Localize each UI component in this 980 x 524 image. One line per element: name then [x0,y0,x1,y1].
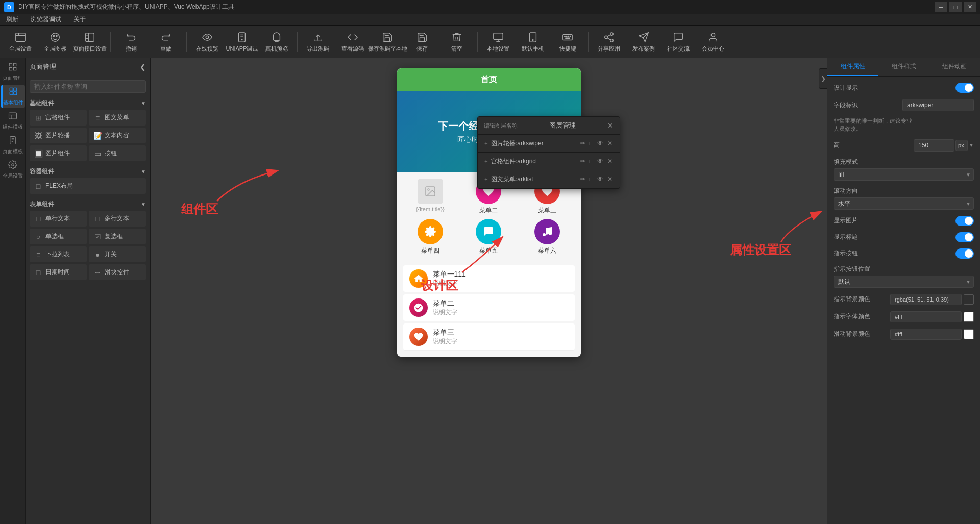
prop-show-indicator-toggle[interactable] [955,248,974,259]
layer-copy-icon-2[interactable]: □ [589,157,594,166]
list-item-2[interactable]: 菜单二 说明文字 [403,294,575,321]
toolbar-community[interactable]: 社区交流 [662,28,695,56]
component-checkbox[interactable]: ☑ 复选框 [89,229,146,244]
component-image[interactable]: 🔲 图片组件 [30,145,87,161]
component-radio[interactable]: ○ 单选框 [30,229,87,244]
tab-component-animation[interactable]: 组件动画 [929,58,980,76]
prop-height-input[interactable] [914,139,954,152]
drag-handle-2[interactable]: ✦ [484,159,488,164]
list-item-3-desc: 说明文字 [433,337,457,346]
toolbar-global-settings[interactable]: 全局设置 [4,28,37,56]
drag-handle-1[interactable]: ✦ [484,141,488,146]
prop-indicator-pos-select[interactable]: 默认 左 右 中 [834,276,974,288]
component-grid[interactable]: ⊞ 宫格组件 [30,110,87,126]
layer-item-2[interactable]: ✦ 宫格组件:arkgrid ✏ □ 👁 ✕ [478,153,620,170]
toolbar-real-preview[interactable]: 真机预览 [260,28,293,56]
drag-handle-3[interactable]: ✦ [484,177,488,182]
layer-panel-close-button[interactable]: ✕ [607,121,614,130]
right-panel-collapse[interactable]: ❯ [819,68,827,89]
toolbar-undo[interactable]: 撤销 [115,28,148,56]
sidebar-item-basic-comp[interactable]: 基本组件 [1,85,24,108]
grid-item-4[interactable]: 菜单四 [403,219,458,255]
prop-fill-mode-select[interactable]: fill contain cover none scale-down [834,168,974,181]
layer-delete-icon-2[interactable]: ✕ [606,157,614,166]
prop-scroll-dir-select[interactable]: 水平 垂直 [834,197,974,210]
toolbar-export[interactable]: 导出源码 [302,28,334,56]
menu-refresh[interactable]: 刷新 [4,14,20,25]
component-datetime[interactable]: □ 日期时间 [30,264,87,280]
prop-show-title-toggle[interactable] [955,232,974,242]
toolbar-page-api[interactable]: 页面接口设置 [74,28,106,56]
layer-item-1[interactable]: ✦ 图片轮播:arkswiper ✏ □ 👁 ✕ [478,135,620,153]
toolbar-global-icons[interactable]: 全局图标 [39,28,71,56]
section-basic-components[interactable]: 基础组件 ▼ [30,97,146,110]
toolbar-save[interactable]: 保存 [406,28,438,56]
layer-edit-icon-3[interactable]: ✏ [579,174,586,184]
component-image-text-menu[interactable]: ≡ 图文菜单 [89,110,146,126]
toolbar-publish[interactable]: 发布案例 [627,28,660,56]
layer-eye-icon-3[interactable]: 👁 [596,174,604,184]
menu-about[interactable]: 关于 [71,14,88,25]
indicator-color-swatch[interactable] [964,312,974,322]
grid-item-5[interactable]: 菜单五 [461,219,516,255]
list-item-3[interactable]: 菜单三 说明文字 [403,323,575,351]
svg-point-14 [241,39,242,40]
component-button[interactable]: ▭ 按钮 [89,145,146,161]
prop-slide-bg-input[interactable] [890,329,962,340]
toolbar-default-phone[interactable]: 默认手机 [517,28,549,56]
layer-delete-icon-3[interactable]: ✕ [606,174,614,184]
component-multi-text[interactable]: □ 多行文本 [89,211,146,227]
component-search-input[interactable] [30,80,146,93]
toolbar-save-local[interactable]: 保存源码至本地 [371,28,404,56]
prop-design-display-toggle[interactable] [955,83,974,93]
slide-bg-color-swatch[interactable] [964,329,974,339]
component-slider[interactable]: ↔ 滑块控件 [89,264,146,280]
toolbar-uniapp-debug[interactable]: UNIAPP调试 [226,28,258,56]
prop-height-unit[interactable]: px % vw vh [955,140,968,151]
grid-item-6[interactable]: 菜单六 [520,219,575,255]
tab-component-style[interactable]: 组件样式 [878,58,929,76]
toolbar-shortcuts[interactable]: 快捷键 [551,28,584,56]
toolbar-clear[interactable]: 清空 [440,28,473,56]
toolbar-local-settings[interactable]: 本地设置 [482,28,514,56]
sidebar-item-global-settings[interactable]: 全局设置 [1,158,24,182]
minimize-button[interactable]: ─ [935,2,947,12]
prop-indicator-bg-input[interactable] [890,294,962,305]
layer-edit-icon-1[interactable]: ✏ [579,139,586,148]
close-button[interactable]: ✕ [964,2,976,12]
component-select[interactable]: ≡ 下拉列表 [30,246,87,262]
component-image-carousel[interactable]: 🖼 图片轮播 [30,128,87,143]
prop-indicator-color-input[interactable] [890,311,962,322]
indicator-bg-color-swatch[interactable] [964,294,974,305]
toolbar-share-app[interactable]: 分享应用 [593,28,625,56]
maximize-button[interactable]: □ [949,2,962,12]
menu-browser-debug[interactable]: 浏览器调试 [29,14,63,25]
section-form-components[interactable]: 表单组件 ▼ [30,198,146,211]
toolbar-view-source[interactable]: 查看源码 [336,28,369,56]
sidebar-item-page-tmpl[interactable]: 页面模板 [1,134,24,157]
layer-eye-icon-2[interactable]: 👁 [596,157,604,166]
component-text-content[interactable]: 📝 文本内容 [89,128,146,143]
layer-edit-icon-2[interactable]: ✏ [579,157,586,166]
component-flex[interactable]: □ FLEX布局 [30,178,146,194]
component-switch[interactable]: ● 开关 [89,246,146,262]
list-item-1[interactable]: 菜单一111 说明文字 [403,265,575,292]
prop-field-id-input[interactable] [902,99,974,111]
prop-show-image-toggle[interactable] [955,216,974,226]
component-single-text[interactable]: □ 单行文本 [30,211,87,227]
layer-copy-icon-1[interactable]: □ [589,139,594,148]
layer-copy-icon-3[interactable]: □ [589,174,594,184]
tab-component-props[interactable]: 组件属性 [827,58,878,76]
layer-item-3[interactable]: ✦ 图文菜单:arklist ✏ □ 👁 ✕ [478,170,620,188]
sidebar-collapse-button[interactable]: ❮ [140,63,146,71]
toolbar-redo[interactable]: 重做 [150,28,182,56]
layer-eye-icon-1[interactable]: 👁 [596,139,604,148]
layer-delete-icon-1[interactable]: ✕ [606,139,614,148]
toolbar-preview[interactable]: 在线预览 [191,28,224,56]
grid-item-1[interactable]: {{item.title}} [403,179,458,215]
toolbar-local-settings-label: 本地设置 [487,45,509,53]
toolbar-member[interactable]: 会员中心 [697,28,729,56]
sidebar-item-page-mgmt[interactable]: 页面管理 [1,60,24,84]
sidebar-item-comp-tmpl[interactable]: 组件模板 [1,109,24,133]
section-container-components[interactable]: 容器组件 ▼ [30,165,146,178]
